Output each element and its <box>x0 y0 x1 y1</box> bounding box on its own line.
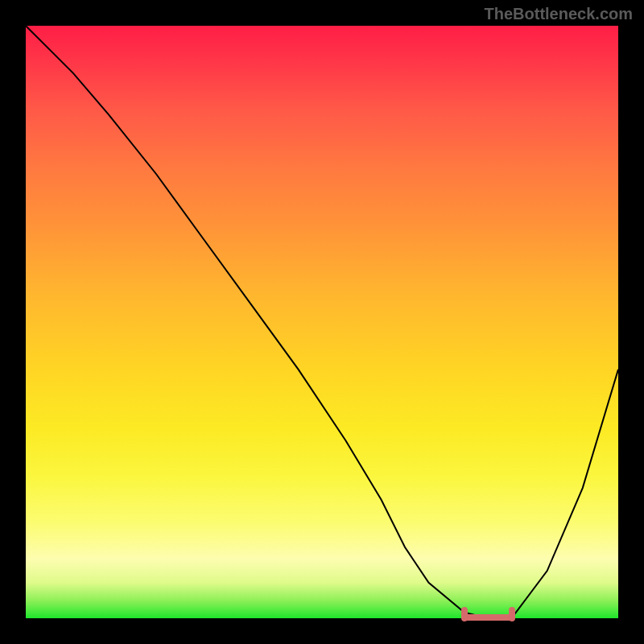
optimal-range-cap-right <box>509 607 515 621</box>
bottleneck-curve <box>26 26 618 618</box>
optimal-range-highlight <box>463 614 514 621</box>
optimal-range-cap-left <box>461 607 468 621</box>
chart-plot-area <box>26 26 618 618</box>
watermark-text: TheBottleneck.com <box>485 5 633 23</box>
